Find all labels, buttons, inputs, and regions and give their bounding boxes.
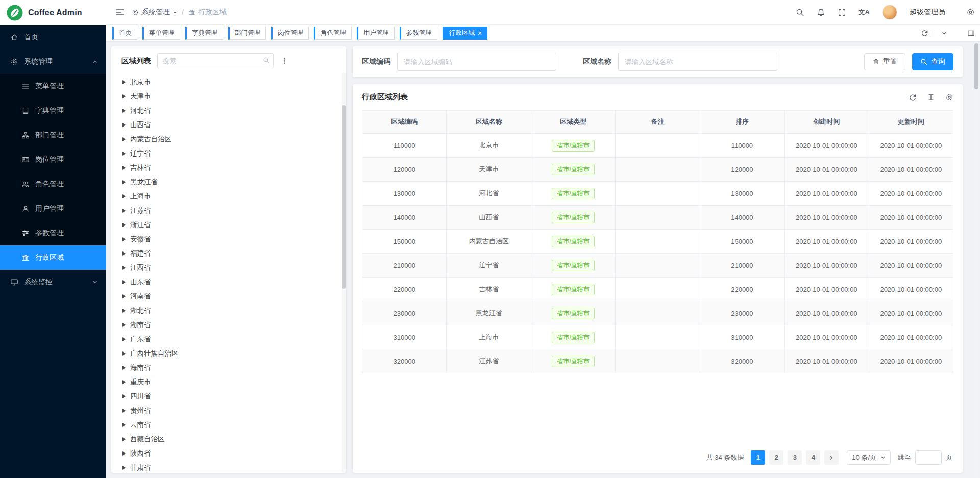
region-code-input[interactable]: [397, 53, 556, 71]
search-icon[interactable]: [796, 8, 804, 17]
expand-arrow-icon[interactable]: [122, 309, 126, 313]
expand-arrow-icon[interactable]: [122, 423, 126, 427]
tree-item[interactable]: 甘肃省: [122, 461, 346, 473]
page-scrollbar[interactable]: [974, 41, 978, 478]
tree-item[interactable]: 江苏省: [122, 204, 346, 218]
column-settings-gear-icon[interactable]: [945, 93, 953, 102]
chevron-down-icon[interactable]: [941, 30, 947, 36]
sidebar-item-user-mgmt[interactable]: 用户管理: [0, 196, 106, 221]
expand-arrow-icon[interactable]: [122, 209, 126, 213]
search-button[interactable]: 查询: [912, 53, 953, 70]
sidebar-group-monitor[interactable]: 系统监控: [0, 270, 106, 294]
table-row[interactable]: 110000 北京市 省市/直辖市 110000 2020-10-01 00:0…: [362, 134, 953, 158]
table-row[interactable]: 120000 天津市 省市/直辖市 120000 2020-10-01 00:0…: [362, 158, 953, 182]
settings-gear-icon[interactable]: [966, 8, 975, 17]
expand-arrow-icon[interactable]: [122, 266, 126, 270]
tab-item[interactable]: 字典管理 ×: [185, 27, 223, 40]
sidebar-item-home[interactable]: 首页: [0, 25, 106, 49]
tree-item[interactable]: 安徽省: [122, 232, 346, 246]
more-options-icon[interactable]: [280, 56, 289, 66]
tree-item[interactable]: 河北省: [122, 104, 346, 118]
column-header[interactable]: 区域名称: [447, 111, 531, 134]
expand-arrow-icon[interactable]: [122, 180, 126, 184]
tree-item[interactable]: 吉林省: [122, 161, 346, 175]
tree-item[interactable]: 海南省: [122, 361, 346, 375]
expand-arrow-icon[interactable]: [122, 80, 126, 84]
table-row[interactable]: 210000 辽宁省 省市/直辖市 210000 2020-10-01 00:0…: [362, 254, 953, 278]
expand-arrow-icon[interactable]: [122, 123, 126, 127]
column-header[interactable]: 区域类型: [531, 111, 615, 134]
sidebar-item-param-mgmt[interactable]: 参数管理: [0, 221, 106, 245]
username[interactable]: 超级管理员: [910, 8, 945, 17]
sidebar-item-dept-mgmt[interactable]: 部门管理: [0, 123, 106, 147]
tab-item[interactable]: 角色管理 ×: [314, 27, 352, 40]
expand-arrow-icon[interactable]: [122, 237, 126, 241]
panel-toggle-icon[interactable]: [967, 29, 975, 37]
expand-arrow-icon[interactable]: [122, 251, 126, 256]
avatar[interactable]: [882, 5, 897, 20]
expand-arrow-icon[interactable]: [122, 366, 126, 370]
table-row[interactable]: 230000 黑龙江省 省市/直辖市 230000 2020-10-01 00:…: [362, 301, 953, 325]
bell-icon[interactable]: [817, 8, 825, 17]
tree-item[interactable]: 天津市: [122, 89, 346, 104]
expand-arrow-icon[interactable]: [122, 351, 126, 356]
translate-icon[interactable]: 文A: [859, 8, 870, 17]
tree-item[interactable]: 福建省: [122, 246, 346, 261]
expand-arrow-icon[interactable]: [122, 109, 126, 113]
tab-item[interactable]: 菜单管理 ×: [142, 27, 180, 40]
tree-item[interactable]: 湖南省: [122, 318, 346, 332]
region-name-input[interactable]: [618, 53, 777, 71]
sidebar-item-dict-mgmt[interactable]: 字典管理: [0, 98, 106, 123]
tree-item[interactable]: 四川省: [122, 389, 346, 404]
tree-item[interactable]: 西藏自治区: [122, 432, 346, 446]
tab-item[interactable]: 行政区域 ×: [443, 27, 487, 40]
page-number-button[interactable]: 2: [769, 450, 783, 465]
refresh-icon[interactable]: [909, 93, 917, 102]
expand-arrow-icon[interactable]: [122, 194, 126, 198]
tree-item[interactable]: 上海市: [122, 189, 346, 204]
tree-item[interactable]: 黑龙江省: [122, 175, 346, 189]
expand-arrow-icon[interactable]: [122, 466, 126, 470]
tree-item[interactable]: 北京市: [122, 75, 346, 89]
app-logo[interactable]: Coffee Admin: [0, 0, 106, 25]
tree-item[interactable]: 浙江省: [122, 218, 346, 232]
column-header[interactable]: 创建时间: [785, 111, 869, 134]
tree-item[interactable]: 贵州省: [122, 404, 346, 418]
next-page-button[interactable]: [824, 450, 839, 465]
tab-item[interactable]: 参数管理 ×: [400, 27, 437, 40]
sidebar-item-post-mgmt[interactable]: 岗位管理: [0, 147, 106, 172]
column-header[interactable]: 排序: [700, 111, 784, 134]
sidebar-group-system[interactable]: 系统管理: [0, 49, 106, 74]
reset-button[interactable]: 重置: [864, 53, 905, 70]
tab-close-icon[interactable]: ×: [478, 30, 482, 37]
tree-item[interactable]: 云南省: [122, 418, 346, 432]
expand-arrow-icon[interactable]: [122, 451, 126, 456]
tab-item[interactable]: 用户管理 ×: [357, 27, 395, 40]
row-height-icon[interactable]: [927, 93, 935, 102]
page-scrollbar-thumb[interactable]: [974, 43, 978, 89]
expand-arrow-icon[interactable]: [122, 280, 126, 284]
expand-arrow-icon[interactable]: [122, 137, 126, 141]
column-header[interactable]: 更新时间: [869, 111, 953, 134]
jump-page-input[interactable]: [915, 450, 942, 465]
page-number-button[interactable]: 1: [751, 450, 765, 465]
tree-item[interactable]: 重庆市: [122, 375, 346, 389]
expand-arrow-icon[interactable]: [122, 94, 126, 98]
tree-search-input[interactable]: [157, 53, 274, 68]
sidebar-item-role-mgmt[interactable]: 角色管理: [0, 172, 106, 196]
tree-item[interactable]: 山西省: [122, 118, 346, 132]
expand-arrow-icon[interactable]: [122, 323, 126, 327]
tab-item[interactable]: 部门管理 ×: [228, 27, 266, 40]
expand-arrow-icon[interactable]: [122, 294, 126, 298]
page-size-select[interactable]: 10 条/页: [847, 450, 891, 465]
expand-arrow-icon[interactable]: [122, 409, 126, 413]
tree-item[interactable]: 辽宁省: [122, 146, 346, 161]
expand-arrow-icon[interactable]: [122, 166, 126, 170]
expand-arrow-icon[interactable]: [122, 394, 126, 398]
search-icon[interactable]: [263, 57, 270, 64]
table-row[interactable]: 320000 江苏省 省市/直辖市 320000 2020-10-01 00:0…: [362, 349, 953, 373]
expand-arrow-icon[interactable]: [122, 380, 126, 384]
refresh-icon[interactable]: [921, 29, 928, 37]
tree-item[interactable]: 山东省: [122, 275, 346, 289]
tree-item[interactable]: 广西壮族自治区: [122, 346, 346, 361]
